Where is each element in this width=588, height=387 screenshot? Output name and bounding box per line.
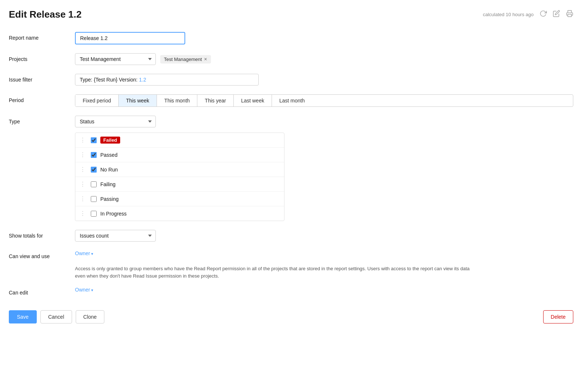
issue-filter-row: Issue filter Type: {Test Run} Version: 1… xyxy=(9,74,573,86)
period-control: Fixed period This week This month This y… xyxy=(75,94,573,107)
drag-handle-failing[interactable]: ⋮ xyxy=(80,181,86,188)
checkbox-passed[interactable] xyxy=(91,152,97,158)
can-view-owner-link[interactable]: Owner xyxy=(75,250,93,256)
delete-button[interactable]: Delete xyxy=(543,310,573,323)
status-item-passed: ⋮ Passed xyxy=(75,148,284,162)
period-this-year[interactable]: This year xyxy=(197,95,234,106)
drag-handle-passing[interactable]: ⋮ xyxy=(80,195,86,202)
svg-rect-0 xyxy=(568,14,571,17)
status-item-failing: ⋮ Failing xyxy=(75,177,284,192)
edit-icon[interactable] xyxy=(553,10,560,19)
issue-filter-prefix: Type: {Test Run} Version: xyxy=(80,77,137,83)
save-button[interactable]: Save xyxy=(9,310,37,323)
report-name-label: Report name xyxy=(9,32,75,41)
status-item-no-run: ⋮ No Run xyxy=(75,162,284,177)
type-dropdown[interactable]: Status xyxy=(75,116,156,127)
refresh-icon[interactable] xyxy=(539,10,547,19)
cancel-button[interactable]: Cancel xyxy=(40,310,72,323)
access-text-row: Access is only granted to group members … xyxy=(9,264,573,279)
projects-label: Projects xyxy=(9,53,75,62)
access-text-spacer xyxy=(9,264,75,267)
period-label: Period xyxy=(9,94,75,103)
can-view-row: Can view and use Owner xyxy=(9,250,573,259)
status-list: ⋮ Failed ⋮ Passed ⋮ No Run xyxy=(75,133,284,221)
header-right: calculated 10 hours ago xyxy=(483,10,573,19)
projects-row: Projects Test Management Test Management… xyxy=(9,53,573,65)
checkbox-in-progress[interactable] xyxy=(91,211,97,217)
show-totals-dropdown[interactable]: Issues count xyxy=(75,230,156,242)
period-this-week[interactable]: This week xyxy=(119,95,157,106)
show-totals-label: Show totals for xyxy=(9,230,75,239)
can-edit-label: Can edit xyxy=(9,287,75,296)
report-name-row: Report name xyxy=(9,32,573,44)
checkbox-failing[interactable] xyxy=(91,181,97,187)
can-view-label: Can view and use xyxy=(9,250,75,259)
print-icon[interactable] xyxy=(566,10,573,19)
status-item-in-progress: ⋮ In Progress xyxy=(75,206,284,221)
access-text-control: Access is only granted to group members … xyxy=(75,264,573,279)
status-label-in-progress: In Progress xyxy=(100,211,280,217)
issue-filter-display[interactable]: Type: {Test Run} Version: 1.2 xyxy=(75,74,259,86)
status-item-passing: ⋮ Passing xyxy=(75,192,284,206)
type-row: Type Status ⋮ Failed ⋮ Passed xyxy=(9,116,573,221)
type-label: Type xyxy=(9,116,75,124)
issue-filter-control: Type: {Test Run} Version: 1.2 xyxy=(75,74,573,86)
status-badge-failed: Failed xyxy=(100,137,120,144)
can-edit-control: Owner xyxy=(75,287,573,293)
project-tag-label: Test Management xyxy=(164,57,202,62)
project-tag-close[interactable]: × xyxy=(204,57,207,62)
projects-control: Test Management Test Management × xyxy=(75,53,573,65)
page-title: Edit Release 1.2 xyxy=(9,9,82,20)
period-button-group: Fixed period This week This month This y… xyxy=(75,94,573,107)
status-item-failed: ⋮ Failed xyxy=(75,133,284,148)
projects-dropdown[interactable]: Test Management xyxy=(75,53,156,65)
clone-button[interactable]: Clone xyxy=(76,310,105,323)
drag-handle-failed[interactable]: ⋮ xyxy=(80,137,86,144)
can-view-control: Owner xyxy=(75,250,573,256)
checkbox-passing[interactable] xyxy=(91,196,97,202)
period-last-week[interactable]: Last week xyxy=(234,95,272,106)
issue-filter-label: Issue filter xyxy=(9,74,75,83)
drag-handle-passed[interactable]: ⋮ xyxy=(80,151,86,158)
status-label-passed: Passed xyxy=(100,152,280,158)
page-header: Edit Release 1.2 calculated 10 hours ago xyxy=(9,9,573,20)
drag-handle-no-run[interactable]: ⋮ xyxy=(80,166,86,173)
period-last-month[interactable]: Last month xyxy=(272,95,312,106)
period-fixed[interactable]: Fixed period xyxy=(75,95,119,106)
status-label-no-run: No Run xyxy=(100,167,280,173)
report-name-input[interactable] xyxy=(75,32,185,44)
can-edit-owner-link[interactable]: Owner xyxy=(75,287,93,293)
status-label-passing: Passing xyxy=(100,196,280,202)
footer-buttons: Save Cancel Clone Delete xyxy=(9,310,573,323)
issue-filter-version: 1.2 xyxy=(139,77,146,83)
type-control: Status ⋮ Failed ⋮ Passed ⋮ xyxy=(75,116,573,221)
project-tag: Test Management × xyxy=(160,55,211,64)
can-edit-row: Can edit Owner xyxy=(9,287,573,296)
drag-handle-in-progress[interactable]: ⋮ xyxy=(80,210,86,217)
status-label-failing: Failing xyxy=(100,181,280,187)
period-this-month[interactable]: This month xyxy=(157,95,197,106)
show-totals-row: Show totals for Issues count xyxy=(9,230,573,242)
calculated-text: calculated 10 hours ago xyxy=(483,12,534,17)
access-description: Access is only granted to group members … xyxy=(75,265,479,279)
report-name-control xyxy=(75,32,573,44)
checkbox-no-run[interactable] xyxy=(91,167,97,173)
show-totals-control: Issues count xyxy=(75,230,573,242)
checkbox-failed[interactable] xyxy=(91,137,97,143)
period-row: Period Fixed period This week This month… xyxy=(9,94,573,107)
